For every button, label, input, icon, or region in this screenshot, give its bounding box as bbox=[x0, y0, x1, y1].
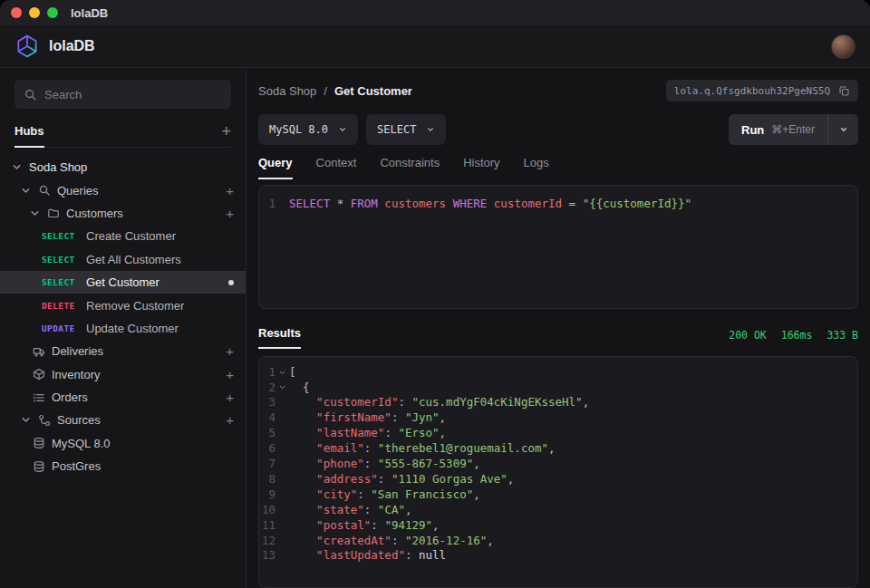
sidebar-item-customers[interactable]: Customers+ bbox=[0, 202, 246, 225]
sidebar-item-deliveries[interactable]: Deliveries+ bbox=[0, 340, 246, 362]
code-text: "phone": "555-867-5309", bbox=[289, 457, 480, 472]
sidebar-item-soda-shop[interactable]: Soda Shop bbox=[0, 156, 246, 178]
code-line: 11 "postal": "94129", bbox=[259, 518, 857, 534]
caret-icon[interactable] bbox=[11, 161, 23, 173]
verb-dropdown-value: SELECT bbox=[377, 123, 416, 136]
breadcrumb-query: Get Customer bbox=[334, 84, 412, 98]
response-status-badge: 200 OK bbox=[729, 329, 767, 342]
code-text: "lastUpdated": null bbox=[289, 548, 446, 564]
caret-icon[interactable] bbox=[20, 414, 32, 426]
results-viewer[interactable]: 1[2 {3 "customerId": "cus.mdYgF04cKiNgEK… bbox=[258, 356, 858, 588]
code-text: "postal": "94129", bbox=[289, 518, 440, 534]
chevron-down-icon bbox=[338, 125, 347, 134]
tree-item-label: Queries bbox=[57, 184, 99, 198]
app-header: lolaDB bbox=[0, 25, 870, 68]
code-text: [ bbox=[289, 365, 296, 381]
tree-item-label: Inventory bbox=[52, 368, 100, 381]
sidebar-item-remove-customer[interactable]: DELETERemove Customer bbox=[0, 294, 246, 316]
breadcrumb-separator: / bbox=[324, 84, 327, 98]
add-item-button[interactable]: + bbox=[226, 207, 234, 220]
line-number: 2 bbox=[259, 381, 276, 396]
code-line: 1SELECT * FROM customers WHERE customerI… bbox=[259, 197, 857, 212]
main-content: Soda Shop / Get Customer lola.q.Qfsgdkbo… bbox=[246, 68, 870, 588]
tree-item-label: Soda Shop bbox=[29, 160, 87, 174]
add-item-button[interactable]: + bbox=[226, 390, 234, 404]
sidebar-item-queries[interactable]: Queries+ bbox=[0, 178, 246, 201]
chevron-down-icon bbox=[426, 125, 435, 134]
line-number: 6 bbox=[259, 441, 276, 457]
close-window-button[interactable] bbox=[11, 7, 22, 18]
add-item-button[interactable]: + bbox=[226, 413, 234, 427]
line-number: 10 bbox=[259, 503, 276, 518]
sidebar-item-sources[interactable]: Sources+ bbox=[0, 409, 246, 431]
add-item-button[interactable]: + bbox=[226, 368, 234, 381]
run-button-group: Run ⌘+Enter bbox=[729, 114, 858, 145]
folder-icon bbox=[47, 207, 60, 219]
sidebar-item-mysql-8-0[interactable]: MySQL 8.0 bbox=[0, 432, 246, 455]
verb-dropdown[interactable]: SELECT bbox=[366, 114, 446, 145]
code-text: "state": "CA", bbox=[289, 503, 412, 518]
caret-icon[interactable] bbox=[29, 207, 41, 219]
tree-item-label: Customers bbox=[66, 207, 123, 220]
query-verb-badge: SELECT bbox=[42, 255, 80, 265]
add-item-button[interactable]: + bbox=[226, 184, 234, 198]
queries-icon bbox=[38, 184, 51, 197]
sidebar-item-update-customer[interactable]: UPDATEUpdate Customer bbox=[0, 317, 246, 340]
line-number: 5 bbox=[259, 426, 276, 441]
line-number: 13 bbox=[259, 548, 276, 564]
code-text: "firstName": "Jyn", bbox=[289, 410, 446, 426]
tree-item-label: PostGres bbox=[52, 459, 101, 473]
sidebar-item-postgres[interactable]: PostGres bbox=[0, 455, 246, 477]
query-editor[interactable]: 1SELECT * FROM customers WHERE customerI… bbox=[258, 185, 858, 309]
sidebar-item-get-all-customers[interactable]: SELECTGet All Customers bbox=[0, 248, 246, 271]
tab-history[interactable]: History bbox=[463, 156, 499, 179]
caret-icon[interactable] bbox=[20, 185, 32, 197]
minimize-window-button[interactable] bbox=[29, 7, 40, 18]
sidebar-item-orders[interactable]: Orders+ bbox=[0, 386, 246, 409]
run-options-button[interactable] bbox=[828, 114, 858, 145]
query-verb-badge: SELECT bbox=[42, 277, 80, 287]
window-controls bbox=[11, 7, 58, 18]
active-query-indicator-dot bbox=[228, 280, 234, 285]
nodes-icon bbox=[38, 414, 51, 427]
app-window: lolaDB lolaDB bbox=[0, 0, 870, 588]
results-tab[interactable]: Results bbox=[258, 326, 301, 349]
editor-code: 1SELECT * FROM customers WHERE customerI… bbox=[259, 197, 857, 212]
run-button[interactable]: Run ⌘+Enter bbox=[729, 114, 827, 145]
line-number: 8 bbox=[259, 472, 276, 487]
tab-constraints[interactable]: Constraints bbox=[380, 156, 440, 179]
fold-caret-icon[interactable] bbox=[276, 369, 289, 377]
breadcrumb-hub[interactable]: Soda Shop bbox=[258, 84, 316, 98]
code-line: 12 "createdAt": "2016-12-16", bbox=[259, 534, 857, 549]
code-line: 9 "city": "San Francisco", bbox=[259, 487, 857, 503]
add-item-button[interactable]: + bbox=[226, 344, 234, 358]
user-avatar[interactable] bbox=[831, 34, 856, 59]
code-line: 2 { bbox=[259, 381, 857, 396]
search-input[interactable] bbox=[44, 88, 222, 101]
line-number: 9 bbox=[259, 487, 276, 503]
tab-context[interactable]: Context bbox=[316, 156, 357, 179]
sidebar-item-get-customer[interactable]: SELECTGet Customer bbox=[0, 271, 246, 294]
tree-item-label: Remove Customer bbox=[86, 299, 184, 313]
truck-icon bbox=[33, 345, 45, 358]
tab-logs[interactable]: Logs bbox=[524, 156, 549, 179]
fullscreen-window-button[interactable] bbox=[47, 7, 58, 18]
code-line: 6 "email": "therebel1@roguemail.com", bbox=[259, 441, 857, 457]
response-size: 333 B bbox=[826, 329, 858, 342]
source-dropdown-value: MySQL 8.0 bbox=[269, 123, 328, 136]
code-text: "address": "1110 Gorgas Ave", bbox=[289, 472, 514, 487]
tree-item-label: MySQL 8.0 bbox=[52, 437, 111, 450]
hubs-section-title[interactable]: Hubs bbox=[14, 124, 44, 148]
source-dropdown[interactable]: MySQL 8.0 bbox=[258, 114, 358, 145]
copy-icon[interactable] bbox=[838, 85, 850, 97]
tab-query[interactable]: Query bbox=[258, 156, 293, 179]
code-text: "city": "San Francisco", bbox=[289, 487, 480, 503]
query-token-pill[interactable]: lola.q.Qfsgdkbouh32PgeNS5Q bbox=[666, 80, 858, 101]
code-line: 3 "customerId": "cus.mdYgF04cKiNgEKsseHl… bbox=[259, 395, 857, 410]
sidebar-item-inventory[interactable]: Inventory+ bbox=[0, 363, 246, 386]
loladb-logo-icon bbox=[14, 34, 40, 59]
sidebar-item-create-customer[interactable]: SELECTCreate Customer bbox=[0, 225, 246, 247]
window-title: lolaDB bbox=[71, 6, 108, 20]
fold-caret-icon[interactable] bbox=[276, 383, 289, 391]
add-hub-button[interactable]: + bbox=[221, 123, 231, 147]
